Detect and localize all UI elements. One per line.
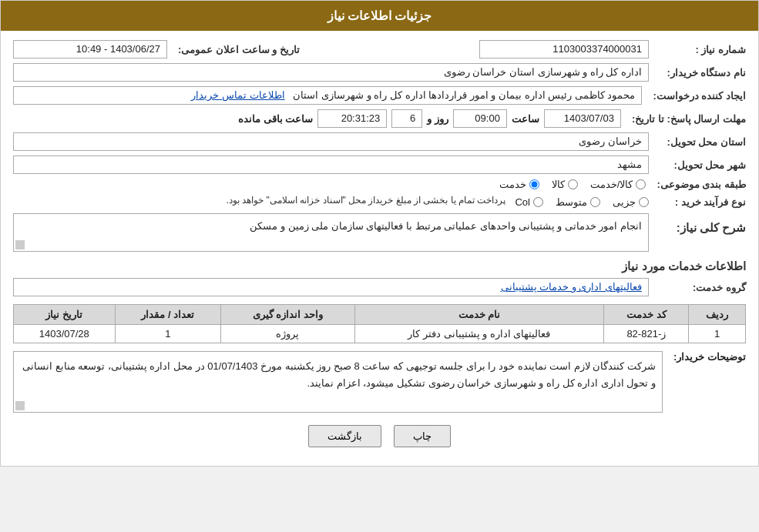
purchase-radio-medium[interactable] — [590, 197, 600, 207]
need-number-label: شماره نیاز : — [653, 44, 746, 55]
response-day-label: روز و — [427, 113, 448, 125]
response-deadline-row: مهلت ارسال پاسخ: تا تاریخ: 1403/07/03 سا… — [13, 109, 746, 128]
subject-row: طبقه بندی موضوعی: خدمت کالا کالا/خدمت — [13, 179, 746, 190]
response-days: 6 — [391, 109, 422, 128]
response-deadline-label: مهلت ارسال پاسخ: تا تاریخ: — [626, 113, 746, 125]
subject-option-both: کالا/خدمت — [590, 179, 646, 190]
services-table-section: ردیف کد خدمت نام خدمت واحد اندازه گیری ت… — [13, 304, 746, 343]
subject-option-service: خدمت — [499, 179, 539, 190]
purchase-radio-partial[interactable] — [639, 197, 649, 207]
purchase-type-row: نوع فرآیند خرید : Col متوسط جزیی — [13, 195, 746, 209]
response-remaining: 20:31:23 — [317, 109, 387, 128]
purchase-note: پرداخت تمام یا بخشی از مبلغ خریداز محل "… — [227, 195, 506, 206]
page-wrapper: جزئیات اطلاعات نیاز شماره نیاز : 1103003… — [0, 0, 759, 467]
need-number-value: 1103003374000031 — [479, 40, 649, 59]
service-group-value[interactable]: فعالیتهای اداری و خدمات پشتیبانی — [13, 278, 649, 296]
delivery-province-value: خراسان رضوی — [13, 132, 649, 151]
col-header-code: کد خدمت — [604, 305, 689, 325]
general-description-section-title: شرح کلی نیاز: — [653, 221, 746, 235]
table-cell-name: فعالیتهای اداره و پشتیبانی دفتر کار — [354, 325, 604, 343]
purchase-option-col: Col — [515, 196, 543, 208]
response-date: 1403/07/03 — [544, 109, 621, 128]
col-header-row: ردیف — [689, 305, 746, 325]
general-description-row: شرح کلی نیاز: انجام امور خدماتی و پشتیبا… — [13, 213, 746, 252]
page-title: جزئیات اطلاعات نیاز — [327, 9, 432, 22]
buyer-notes-row: توضیحات خریدار: شرکت کنندگان لازم است نم… — [13, 351, 746, 413]
requester-row: ایجاد کننده درخواست: محمود کاظمی رئیس اد… — [13, 86, 746, 105]
delivery-province-row: استان محل تحویل: خراسان رضوی — [13, 132, 746, 151]
table-cell-quantity: 1 — [115, 325, 221, 343]
col-header-quantity: تعداد / مقدار — [115, 305, 221, 325]
col-header-unit: واحد اندازه گیری — [221, 305, 354, 325]
requester-label: ایجاد کننده درخواست: — [646, 90, 746, 102]
general-description-value: انجام امور خدماتی و پشتیبانی واحدهای عمل… — [13, 213, 649, 252]
subject-label: طبقه بندی موضوعی: — [650, 179, 746, 190]
delivery-city-row: شهر محل تحویل: مشهد — [13, 156, 746, 174]
col-header-name: نام خدمت — [354, 305, 604, 325]
services-table: ردیف کد خدمت نام خدمت واحد اندازه گیری ت… — [13, 304, 746, 343]
subject-radio-both[interactable] — [636, 179, 646, 189]
buyer-notes-wrapper: شرکت کنندگان لازم است نماینده خود را برا… — [13, 351, 663, 413]
purchase-radio-col[interactable] — [533, 197, 543, 207]
print-button[interactable]: چاپ — [394, 425, 451, 447]
response-remaining-label: ساعت باقی مانده — [238, 113, 313, 125]
buyer-org-row: نام دستگاه خریدار: اداره کل راه و شهرساز… — [13, 63, 746, 82]
purchase-type-label: نوع فرآیند خرید : — [653, 196, 746, 208]
back-button[interactable]: بازگشت — [308, 425, 381, 447]
table-row: 1ز-821-82فعالیتهای اداره و پشتیبانی دفتر… — [14, 325, 746, 343]
purchase-option-medium: متوسط — [556, 196, 600, 208]
button-row: چاپ بازگشت — [13, 425, 746, 447]
delivery-city-value: مشهد — [13, 156, 649, 174]
service-group-label: گروه خدمت: — [653, 282, 746, 293]
buyer-notes-value: شرکت کنندگان لازم است نماینده خود را برا… — [13, 351, 663, 413]
table-cell-unit: پروژه — [221, 325, 354, 343]
page-header: جزئیات اطلاعات نیاز — [1, 1, 758, 31]
subject-radio-service[interactable] — [529, 179, 539, 189]
response-time: 09:00 — [453, 109, 507, 128]
service-group-row: گروه خدمت: فعالیتهای اداری و خدمات پشتیب… — [13, 278, 746, 296]
purchase-radio-group: Col متوسط جزیی — [515, 196, 649, 208]
subject-option-goods: کالا — [552, 179, 578, 190]
delivery-province-label: استان محل تحویل: — [653, 136, 746, 148]
purchase-type-area: Col متوسط جزیی پرداخت تمام یا بخشی از مب… — [13, 195, 649, 209]
subject-radio-goods[interactable] — [568, 179, 578, 189]
table-cell-row: 1 — [689, 325, 746, 343]
purchase-option-partial: جزیی — [613, 196, 649, 208]
col-header-date: تاریخ نیاز — [14, 305, 116, 325]
table-header-row: ردیف کد خدمت نام خدمت واحد اندازه گیری ت… — [14, 305, 746, 325]
buyer-org-label: نام دستگاه خریدار: — [653, 67, 746, 79]
announcement-datetime-label: تاریخ و ساعت اعلان عمومی: — [172, 44, 300, 55]
content-area: شماره نیاز : 1103003374000031 تاریخ و سا… — [1, 31, 758, 466]
delivery-city-label: شهر محل تحویل: — [653, 159, 746, 171]
table-cell-code: ز-821-82 — [604, 325, 689, 343]
subject-radio-group: خدمت کالا کالا/خدمت — [499, 179, 646, 190]
buyer-org-value: اداره کل راه و شهرسازی استان خراسان رضوی — [13, 63, 649, 82]
requester-value: محمود کاظمی رئیس اداره بیمان و امور قرار… — [13, 86, 642, 105]
table-cell-date: 1403/07/28 — [14, 325, 116, 343]
need-number-row: شماره نیاز : 1103003374000031 تاریخ و سا… — [13, 40, 746, 59]
general-description-wrapper: انجام امور خدماتی و پشتیبانی واحدهای عمل… — [13, 213, 649, 252]
announcement-datetime-value: 1403/06/27 - 10:49 — [13, 40, 167, 59]
buyer-notes-label: توضیحات خریدار: — [667, 351, 746, 363]
requester-link[interactable]: اطلاعات تماس خریدار — [191, 89, 284, 101]
response-time-label: ساعت — [512, 113, 539, 125]
services-section-title: اطلاعات خدمات مورد نیاز — [13, 259, 746, 273]
